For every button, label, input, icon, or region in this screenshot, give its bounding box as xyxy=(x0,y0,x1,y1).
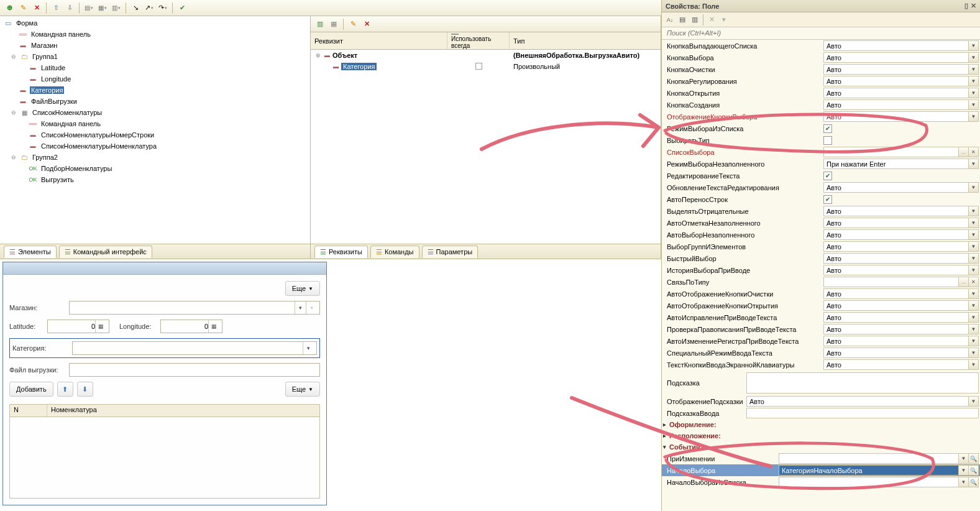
prop-value[interactable]: Авто▼ xyxy=(823,229,979,240)
dropdown-icon[interactable]: ▾ xyxy=(303,342,314,354)
req-body[interactable]: ⊕ ▬ Объект (ВнешняяОбработка.ВыгрузкаАви… xyxy=(311,50,661,244)
prop-field[interactable]: Авто xyxy=(823,312,969,323)
prop-row[interactable]: РежимВыбораНезаполненногоПри нажатии Ent… xyxy=(662,158,980,170)
search-input[interactable] xyxy=(666,29,976,37)
magnify-icon[interactable]: 🔍 xyxy=(969,477,979,487)
prop-row[interactable]: РедактированиеТекста✔ xyxy=(662,170,980,182)
move-up-button[interactable]: ⬆ xyxy=(57,382,73,397)
prop-row[interactable]: АвтоВыборНезаполненногоАвто▼ xyxy=(662,229,980,241)
prop-row[interactable]: АвтоПереносСтрок✔ xyxy=(662,193,980,205)
prop-row[interactable]: АвтоОтображениеКнопкиОткрытияАвто▼ xyxy=(662,300,980,311)
dropdown-icon[interactable]: ▼ xyxy=(969,300,979,311)
prop-field[interactable]: Авто xyxy=(823,40,969,51)
checkbox[interactable]: ✔ xyxy=(823,172,832,180)
more-button-top[interactable]: Еще ▼ xyxy=(285,281,320,296)
link-2-icon[interactable]: ↗ xyxy=(144,2,155,14)
dropdown-icon[interactable]: ▼ xyxy=(969,99,979,110)
prop-value[interactable]: Авто▼ xyxy=(823,218,979,228)
req-delete-button[interactable]: ✕ xyxy=(361,19,372,30)
prop-row[interactable]: ПриИзменении▼🔍 xyxy=(662,453,980,464)
properties-search[interactable] xyxy=(662,27,980,40)
magazin-input[interactable]: ▾ ▫ xyxy=(69,301,320,315)
dropdown-icon[interactable]: ▼ xyxy=(969,182,979,193)
prop-row[interactable]: ТекстКнопкиВводаЭкраннойКлавиатурыАвто▼ xyxy=(662,359,980,371)
dropdown-icon[interactable]: ▼ xyxy=(969,288,979,299)
check-button[interactable]: ✔ xyxy=(176,2,188,14)
prop-row[interactable]: СпециальныйРежимВводаТекстаАвто▼ xyxy=(662,347,980,359)
dropdown-icon[interactable]: ▼ xyxy=(969,396,979,407)
dropdown-icon[interactable]: ▼ xyxy=(959,465,969,476)
prop-value[interactable]: Авто▼ xyxy=(823,241,979,252)
prop-row[interactable]: ОтображениеПодсказкиАвто▼ xyxy=(662,395,980,407)
tab-parameters[interactable]: ☰ Параметры xyxy=(422,246,479,258)
prop-value[interactable]: Авто▼ xyxy=(823,324,979,334)
col-n[interactable]: N xyxy=(10,405,47,417)
longitude-input[interactable]: 0 ▦ xyxy=(160,320,222,333)
tree-node-group2[interactable]: ⊖ 🗀 Группа2 xyxy=(0,152,310,163)
prop-value[interactable]: Авто▼ xyxy=(823,288,979,299)
prop-value[interactable]: Авто▼ xyxy=(746,396,979,407)
clear-icon[interactable]: ✕ xyxy=(969,277,979,287)
prop-row[interactable]: НачалоВыбораКатегорияНачалоВыбора▼🔍 xyxy=(662,464,980,476)
prop-row[interactable]: СписокВыбора…✕ xyxy=(662,146,980,158)
prop-row[interactable]: РежимВыбораИзСписка✔ xyxy=(662,122,980,134)
req-col-name[interactable]: Реквизит xyxy=(311,32,447,49)
prop-value[interactable]: Авто▼ xyxy=(823,88,979,98)
prop-value[interactable] xyxy=(823,136,979,145)
prop-row[interactable]: КнопкаВыбораАвто▼ xyxy=(662,52,980,63)
calc-icon[interactable]: ▦ xyxy=(208,320,219,333)
dropdown-icon[interactable]: ▼ xyxy=(969,64,979,75)
close-icon[interactable]: ✕ xyxy=(971,2,976,10)
prop-value[interactable]: ✔ xyxy=(823,195,979,204)
prop-field[interactable]: Авто xyxy=(823,336,969,346)
dropdown-icon[interactable]: ▼ xyxy=(969,229,979,240)
prop-row[interactable]: КнопкаОчисткиАвто▼ xyxy=(662,63,980,75)
prop-value[interactable]: …✕ xyxy=(823,147,979,157)
prop-field[interactable]: Авто xyxy=(823,182,969,193)
expand-icon[interactable]: ⊖ xyxy=(10,154,17,160)
more-button-table[interactable]: Еще ▼ xyxy=(285,382,320,397)
tree-node-longitude[interactable]: ▬ Longitude xyxy=(0,73,310,85)
section-layout[interactable]: ▸Расположение: xyxy=(662,430,980,441)
calc-icon[interactable]: ▦ xyxy=(95,320,106,333)
prop-row[interactable]: КнопкаРегулированияАвто▼ xyxy=(662,75,980,87)
magnify-icon[interactable]: 🔍 xyxy=(969,465,979,476)
prop-row[interactable]: АвтоИсправлениеПриВводеТекстаАвто▼ xyxy=(662,311,980,323)
prop-row[interactable]: ИсторияВыбораПриВводеАвто▼ xyxy=(662,264,980,276)
tree-node-latitude[interactable]: ▬ Latitude xyxy=(0,62,310,73)
prop-row[interactable]: АвтоИзменениеРегистраПриВводеТекстаАвто▼ xyxy=(662,335,980,347)
magnify-icon[interactable]: 🔍 xyxy=(969,453,979,464)
expand-icon[interactable]: ⊕ xyxy=(314,52,322,58)
prop-value[interactable]: Авто▼ xyxy=(823,99,979,110)
clear-icon[interactable]: ✕ xyxy=(969,147,979,157)
prop-value[interactable]: Авто▼ xyxy=(823,359,979,370)
dropdown-icon[interactable]: ▼ xyxy=(969,359,979,370)
prop-value[interactable]: Авто▼ xyxy=(823,253,979,264)
view-mode-3-button[interactable]: ▥ xyxy=(111,2,122,14)
tree-node-podbor[interactable]: OK ПодборНоменклатуры xyxy=(0,163,310,174)
dropdown-icon[interactable]: ▼ xyxy=(969,253,979,264)
link-3-icon[interactable]: ↷ xyxy=(157,2,168,14)
move-up-button[interactable]: ⇧ xyxy=(50,2,62,14)
tree-node-cmdpanel[interactable]: ══ Командная панель xyxy=(0,29,310,40)
chevron-down-icon[interactable]: ▾ xyxy=(718,14,730,25)
tree-node-file[interactable]: ▬ ФайлВыгрузки xyxy=(0,96,310,107)
prop-field[interactable]: Авто xyxy=(823,111,969,122)
ellipsis-icon[interactable]: … xyxy=(959,277,969,287)
dropdown-icon[interactable]: ▼ xyxy=(969,52,979,63)
dropdown-icon[interactable]: ▼ xyxy=(969,88,979,98)
event-handler-field[interactable] xyxy=(779,453,959,464)
link-1-icon[interactable]: ↘ xyxy=(130,2,141,14)
prop-field[interactable]: При нажатии Enter xyxy=(823,159,969,169)
move-down-button[interactable]: ⬇ xyxy=(77,382,93,397)
tab-elements[interactable]: ☰ Элементы xyxy=(4,246,57,258)
req-edit-button[interactable]: ✎ xyxy=(347,19,359,30)
dropdown-icon[interactable]: ▼ xyxy=(969,312,979,323)
prop-field[interactable]: Авто xyxy=(823,300,969,311)
prop-row[interactable]: ОбновлениеТекстаРедактированияАвто▼ xyxy=(662,182,980,193)
prop-value[interactable]: Авто▼ xyxy=(823,336,979,346)
prop-value[interactable]: Авто▼ xyxy=(823,348,979,358)
event-handler-field[interactable] xyxy=(779,477,959,487)
prop-row[interactable]: ВыбиратьТип xyxy=(662,134,980,146)
checkbox[interactable] xyxy=(823,136,832,145)
